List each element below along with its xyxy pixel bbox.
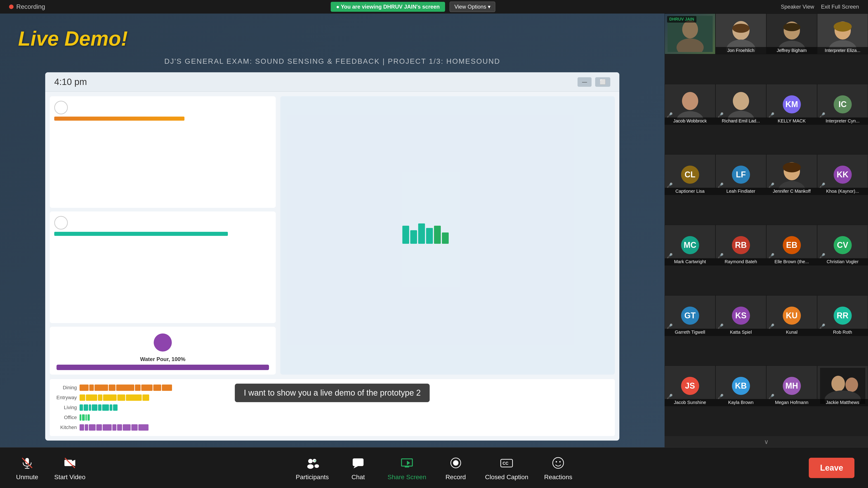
unmute-button[interactable]: Unmute <box>13 455 41 481</box>
participant-cell-elle[interactable]: EB 🎤 Elle Brown (the... <box>766 225 817 265</box>
exit-fullscreen-button[interactable]: Exit Full Screen <box>821 4 859 10</box>
water-pour-card: Water Pour, 100% <box>50 327 276 375</box>
cc-icon-svg: CC <box>500 456 513 470</box>
participant-cell-richard[interactable]: 🎤 Richard Emil Lad... <box>715 84 766 125</box>
main-content: Live Demo! DJ's General Exam: Sound Sens… <box>0 13 868 447</box>
svg-rect-52 <box>405 466 409 467</box>
reactions-label: Reactions <box>544 474 572 481</box>
demo-time: 4:10 pm <box>54 77 87 87</box>
participant-cell-dhruv[interactable]: DHRUV JAIN <box>664 13 715 54</box>
share-screen-label: Share Screen <box>388 474 426 481</box>
tbar <box>141 385 153 391</box>
chevron-down-icon[interactable]: ∨ <box>764 438 769 446</box>
chat-icon <box>350 455 366 471</box>
demo-ctrl-2[interactable]: ⬜ <box>595 77 610 87</box>
participant-name-jennifer: Jennifer C Mankoff <box>767 188 817 195</box>
scroll-indicator[interactable]: ∨ <box>664 436 868 447</box>
room-chart-svg <box>402 221 493 248</box>
participant-cell-interpreter-cyn[interactable]: IC 🎤 Interpreter Cyn... <box>817 84 868 125</box>
participant-cell-kunal[interactable]: KU 🎤 Kunal <box>766 295 817 336</box>
camera-icon-svg <box>63 456 76 470</box>
demo-main: Water Pour, 100% <box>45 92 619 379</box>
participants-button[interactable]: + Participants <box>296 455 329 481</box>
svg-point-22 <box>682 92 698 110</box>
svg-point-32 <box>831 376 845 392</box>
reactions-button[interactable]: Reactions <box>544 455 572 481</box>
garreth-initials: GT <box>681 306 699 325</box>
jw-face <box>668 86 713 123</box>
jon-face <box>718 16 764 52</box>
participant-name-leah: Leah Findlater <box>716 188 766 195</box>
participant-cell-jackie[interactable]: Jackie Matthews <box>817 365 868 406</box>
svg-point-54 <box>453 460 458 466</box>
participant-cell-jacob-wobbrock[interactable]: 🎤 Jacob Wobbrock <box>664 84 715 125</box>
participant-cell-jon[interactable]: Jon Froehlich <box>715 13 766 54</box>
participant-cell-kelly[interactable]: KM 🎤 KELLY MACK <box>766 84 817 125</box>
participant-cell-khoa[interactable]: KK 🎤 Khoa (Kaynor)... <box>817 154 868 195</box>
participant-cell-garreth[interactable]: GT 🎤 Garreth Tigwell <box>664 295 715 336</box>
tbar <box>126 394 142 401</box>
share-screen-button[interactable]: Share Screen <box>388 455 426 481</box>
record-icon <box>448 455 464 471</box>
jennifer-face <box>769 157 814 193</box>
chat-label: Chat <box>351 474 365 481</box>
participant-cell-raymond[interactable]: RB 🎤 Raymond Bateh <box>715 225 766 265</box>
right-section-1 <box>280 96 615 375</box>
participant-cell-mark[interactable]: MC 🎤 Mark Cartwright <box>664 225 715 265</box>
captioner-lisa-initials: CL <box>681 166 699 184</box>
svg-text:CC: CC <box>502 461 508 466</box>
leave-button[interactable]: Leave <box>809 458 855 478</box>
participant-name-captioner-lisa: Captioner Lisa <box>665 188 715 195</box>
participant-cell-interpreter-eliz[interactable]: Interpreter Eliza... <box>817 13 868 54</box>
demo-header: 4:10 pm — ⬜ <box>45 72 619 92</box>
participant-name-mark: Mark Cartwright <box>665 258 715 265</box>
start-video-button[interactable]: Start Video <box>54 455 86 481</box>
mark-initials: MC <box>681 236 699 254</box>
viewing-banner: ● You are viewing DHRUV JAIN's screen <box>331 2 445 12</box>
participant-cell-captioner-lisa[interactable]: CL 🎤 Captioner Lisa <box>664 154 715 195</box>
participant-cell-megan[interactable]: MH 🎤 Megan Hofmann <box>766 365 817 406</box>
svg-text:+: + <box>314 459 316 463</box>
demo-ctrl-1[interactable]: — <box>578 77 592 87</box>
tbar <box>98 394 102 401</box>
demo-right-panel <box>280 96 615 375</box>
participant-cell-jennifer[interactable]: 🎤 Jennifer C Mankoff <box>766 154 817 195</box>
jackie-face <box>820 368 865 404</box>
svg-point-42 <box>308 459 313 463</box>
tbar <box>117 394 125 401</box>
slide-title: Live Demo! <box>0 13 664 57</box>
participant-cell-katta[interactable]: KS 🎤 Katta Spiel <box>715 295 766 336</box>
timeline-bars-kitchen <box>80 423 610 431</box>
view-options-button[interactable]: View Options ▾ <box>450 2 495 12</box>
tbar <box>110 404 112 411</box>
participant-cell-kayla[interactable]: KB 🎤 Kayla Brown <box>715 365 766 406</box>
camera-icon <box>62 455 78 471</box>
tbar <box>94 385 108 391</box>
timeline-row-office: Office <box>54 414 610 422</box>
closed-caption-button[interactable]: CC Closed Caption <box>485 455 528 481</box>
participant-grid: DHRUV JAIN Jon Froehlich <box>664 13 868 436</box>
participant-cell-jeffrey[interactable]: Jeffrey Bigham <box>766 13 817 54</box>
water-drop-icon <box>154 333 172 352</box>
toolbar-center: + Participants Chat <box>296 455 572 481</box>
svg-point-12 <box>733 24 749 33</box>
tbar <box>92 404 97 411</box>
speaker-view-button[interactable]: Speaker View <box>781 4 814 10</box>
tbar <box>117 424 122 431</box>
tbar <box>135 385 141 391</box>
tbar <box>143 394 149 401</box>
participant-name-raymond: Raymond Bateh <box>716 258 766 265</box>
tbar <box>112 424 116 431</box>
khoa-initials: KK <box>834 166 852 184</box>
tbar <box>109 385 116 391</box>
participant-cell-rob[interactable]: RR 🎤 Rob Roth <box>817 295 868 336</box>
timeline-row-living: Living <box>54 403 610 412</box>
tbar <box>88 414 90 421</box>
record-button[interactable]: Record <box>442 455 469 481</box>
bottom-toolbar: Unmute Start Video + <box>0 447 868 488</box>
participant-cell-leah[interactable]: LF 🎤 Leah Findlater <box>715 154 766 195</box>
participant-cell-christian[interactable]: CV 🎤 Christian Vogler <box>817 225 868 265</box>
timeline-bars-living <box>80 403 610 412</box>
chat-button[interactable]: Chat <box>345 455 372 481</box>
participant-cell-jacob-sunshine[interactable]: JS 🎤 Jacob Sunshine <box>664 365 715 406</box>
